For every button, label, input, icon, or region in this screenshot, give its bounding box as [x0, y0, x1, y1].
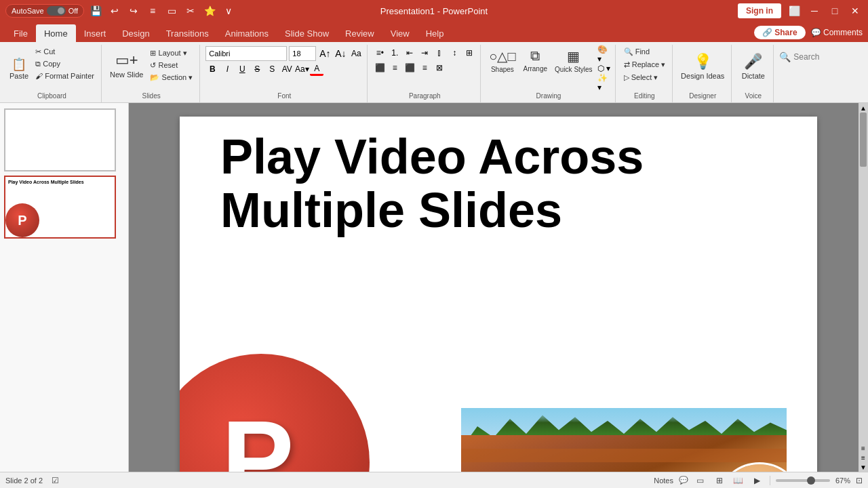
shape-fill-button[interactable]: 🎨 ▾ [597, 47, 611, 61]
columns-button[interactable]: ⫿ [433, 46, 446, 60]
dictate-button[interactable]: 🎤 Dictate [739, 46, 768, 87]
zoom-thumb[interactable] [807, 476, 815, 485]
tab-home[interactable]: Home [36, 24, 76, 42]
maximize-icon[interactable]: □ [827, 3, 842, 18]
align-left-button[interactable]: ⬛ [373, 61, 387, 75]
paste-button[interactable]: 📋 Paste [7, 46, 31, 92]
add-remove-cols-button[interactable]: ⊞ [462, 46, 476, 60]
autosave-state: Off [68, 7, 78, 15]
thumb-logo: P [5, 203, 39, 237]
redo-icon[interactable]: ↪ [126, 3, 141, 18]
presentation-icon[interactable]: ▭ [164, 3, 179, 18]
layout-button[interactable]: ⊞ Layout ▾ [147, 47, 195, 59]
clipboard-group: 📋 Paste ✂ Cut ⧉ Copy 🖌 Format Painter Cl… [3, 45, 102, 102]
tab-file[interactable]: File [5, 24, 36, 42]
change-case-button[interactable]: Aa▾ [295, 62, 309, 76]
tab-review[interactable]: Review [337, 24, 382, 42]
cut-title-icon[interactable]: ✂ [183, 3, 198, 18]
undo-icon[interactable]: ↩ [107, 3, 122, 18]
copy-button[interactable]: ⧉ Copy [33, 58, 97, 70]
font-family-input[interactable]: Calibri [205, 46, 287, 61]
strikethrough-button[interactable]: S [250, 62, 264, 76]
italic-button[interactable]: I [220, 62, 234, 76]
shadow-button[interactable]: S [265, 62, 279, 76]
arrange-button[interactable]: ⧉ Arrange [520, 46, 550, 75]
slide-1-thumb[interactable] [4, 108, 116, 171]
reading-view-button[interactable]: 📖 [732, 474, 745, 487]
slide-2-container[interactable]: 2 Play Video Across Multiple Slides P [4, 176, 124, 239]
tab-slideshow[interactable]: Slide Show [277, 24, 337, 42]
search-input[interactable] [793, 52, 834, 62]
canvas-scrollbar: ▲ ≡ ≡ ▼ [859, 103, 868, 472]
tab-transitions[interactable]: Transitions [158, 24, 217, 42]
slide-sorter-button[interactable]: ⊞ [713, 474, 726, 487]
normal-view-button[interactable]: ▭ [694, 474, 707, 487]
save-icon[interactable]: 💾 [88, 3, 103, 18]
slides-group: ▭+ New Slide ⊞ Layout ▾ ↺ Reset 📂 Sectio… [103, 45, 200, 102]
format-painter-button[interactable]: 🖌 Format Painter [33, 70, 97, 81]
slide-1-container[interactable]: 1 [4, 108, 124, 171]
search-icon: 🔍 [779, 52, 791, 62]
scroll-thumb[interactable] [860, 113, 867, 167]
share-button[interactable]: 🔗 Share [754, 26, 806, 39]
underline-button[interactable]: U [235, 62, 249, 76]
minimize-icon[interactable]: ─ [807, 3, 822, 18]
slide-info: Slide 2 of 2 [5, 476, 43, 485]
quick-styles-button[interactable]: ▦ Quick Styles [552, 46, 595, 75]
autosave-toggle[interactable] [47, 6, 66, 16]
shapes-button[interactable]: ○△□ Shapes [486, 46, 518, 75]
slideshow-view-button[interactable]: ▶ [751, 474, 764, 487]
reset-button[interactable]: ↺ Reset [147, 60, 195, 71]
font-size-input[interactable]: 18 [289, 46, 316, 61]
tab-design[interactable]: Design [114, 24, 157, 42]
tab-animations[interactable]: Animations [217, 24, 277, 42]
align-right-button[interactable]: ⬛ [403, 61, 416, 75]
scroll-down-button[interactable]: ▼ [859, 462, 868, 472]
autosave-label: AutoSave [12, 7, 44, 15]
cut-button[interactable]: ✂ Cut [33, 46, 97, 58]
close-icon[interactable]: ✕ [848, 3, 863, 18]
numbering-button[interactable]: 1. [388, 46, 401, 60]
ribbon-display-icon[interactable]: ⬜ [787, 3, 802, 18]
font-shrink-button[interactable]: A↓ [334, 47, 347, 60]
clear-format-button[interactable]: Aa [349, 47, 363, 60]
star-icon[interactable]: ⭐ [202, 3, 217, 18]
tab-insert[interactable]: Insert [76, 24, 115, 42]
shape-effects-button[interactable]: ✨ ▾ [597, 76, 611, 89]
bold-button[interactable]: B [205, 62, 219, 76]
new-slide-button[interactable]: ▭+ New Slide [107, 46, 146, 83]
canvas-area: Play Video Across Multiple Slides P [129, 103, 868, 472]
find-button[interactable]: 🔍 Find [621, 46, 652, 58]
decrease-indent-button[interactable]: ⇤ [403, 46, 416, 60]
bullets-button[interactable]: ≡• [373, 46, 387, 60]
scroll-up-button[interactable]: ▲ [859, 103, 868, 113]
notes-button[interactable]: Notes [654, 476, 673, 485]
more-icon[interactable]: ∨ [221, 3, 236, 18]
accessibility-icon[interactable]: ☑ [48, 474, 62, 487]
increase-indent-button[interactable]: ⇥ [418, 46, 431, 60]
expand-button[interactable]: ≡ [859, 443, 868, 453]
shapes-icon: ○△□ [489, 48, 515, 64]
section-button[interactable]: 📂 Section ▾ [147, 72, 195, 83]
replace-button[interactable]: ⇄ Replace ▾ [621, 59, 668, 70]
select-button[interactable]: ▷ Select ▾ [621, 72, 661, 83]
sign-in-button[interactable]: Sign in [738, 3, 781, 18]
align-center-button[interactable]: ≡ [388, 61, 401, 75]
customize-icon[interactable]: ≡ [145, 3, 160, 18]
line-spacing-button[interactable]: ↕ [448, 46, 461, 60]
tab-help[interactable]: Help [418, 24, 452, 42]
char-spacing-button[interactable]: AV [280, 62, 294, 76]
justify-button[interactable]: ≡ [418, 61, 431, 75]
comment-view-button[interactable]: 💬 [679, 476, 688, 485]
comments-button[interactable]: 💬 Comments [811, 28, 863, 37]
smart-art-button[interactable]: ⊠ [433, 61, 446, 75]
new-slide-label: New Slide [110, 70, 144, 79]
design-ideas-button[interactable]: 💡 Design Ideas [678, 46, 727, 87]
tab-view[interactable]: View [382, 24, 418, 42]
font-grow-button[interactable]: A↑ [318, 47, 332, 60]
zoom-slider[interactable] [776, 479, 830, 482]
collapse-button[interactable]: ≡ [859, 453, 868, 462]
fit-slide-button[interactable]: ⊡ [856, 476, 863, 485]
slide-2-thumb[interactable]: Play Video Across Multiple Slides P [4, 176, 116, 239]
font-color-button[interactable]: A [310, 62, 323, 76]
